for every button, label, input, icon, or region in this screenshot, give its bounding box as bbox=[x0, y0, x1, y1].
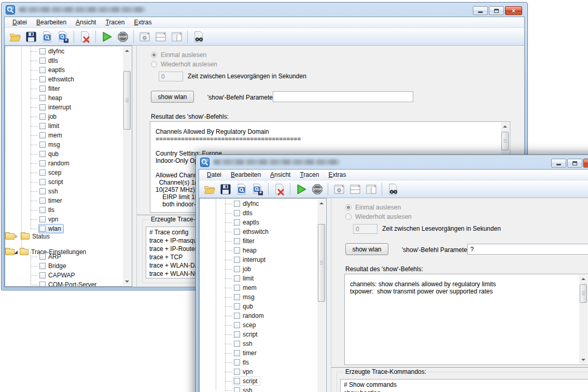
minimize-button[interactable] bbox=[473, 6, 488, 15]
tree-checkbox[interactable] bbox=[234, 331, 240, 338]
tree-checkbox[interactable] bbox=[39, 132, 46, 138]
tree-item-timer[interactable]: timer bbox=[200, 348, 315, 358]
tree-checkbox[interactable] bbox=[39, 67, 46, 73]
menu-extras[interactable]: Extras bbox=[129, 18, 156, 27]
tree-item-mem[interactable]: mem bbox=[5, 131, 120, 140]
tree-item-random[interactable]: random bbox=[5, 159, 120, 168]
settings-window-icon[interactable] bbox=[332, 183, 346, 196]
scroll-down-button[interactable] bbox=[579, 356, 587, 364]
tree-checkbox[interactable] bbox=[234, 294, 240, 300]
tree-item-limit[interactable]: limit bbox=[5, 121, 120, 131]
preview-icon[interactable] bbox=[234, 183, 248, 196]
scrollbar-thumb[interactable] bbox=[318, 224, 325, 302]
tree-checkbox[interactable] bbox=[234, 257, 240, 263]
tree-item-dlyfnc[interactable]: dlyfnc bbox=[5, 47, 120, 56]
tree-item-ssh[interactable]: ssh bbox=[200, 386, 315, 392]
menu-extras[interactable]: Extras bbox=[324, 170, 351, 179]
stop-trace-icon[interactable]: STOP bbox=[116, 30, 130, 44]
layout-split-vertical-icon[interactable] bbox=[364, 183, 378, 196]
tree-item-filter[interactable]: filter bbox=[200, 236, 315, 246]
show-wlan-button[interactable]: show wlan bbox=[151, 91, 194, 103]
trace-commands-list[interactable]: # Show commandsshow bootlog bbox=[340, 379, 588, 392]
menu-tracen[interactable]: Tracen bbox=[295, 170, 324, 179]
scroll-up-button[interactable] bbox=[579, 275, 587, 283]
trace-binoculars-icon[interactable] bbox=[386, 183, 400, 196]
tree-item-com-port-server[interactable]: COM-Port-Server bbox=[5, 280, 120, 287]
scrollbar-thumb[interactable] bbox=[123, 71, 131, 130]
tree-item-timer[interactable]: timer bbox=[5, 196, 120, 205]
settings-window-icon[interactable] bbox=[137, 30, 151, 44]
tree-checkbox[interactable] bbox=[39, 216, 46, 222]
delete-trace-icon[interactable] bbox=[78, 30, 92, 44]
tree-item-interrupt[interactable]: interrupt bbox=[200, 255, 315, 264]
tree-checkbox[interactable] bbox=[234, 369, 240, 375]
tree-item-heap[interactable]: heap bbox=[5, 93, 120, 103]
tree-checkbox[interactable] bbox=[39, 160, 46, 166]
tree-item-qub[interactable]: qub bbox=[5, 149, 120, 159]
result-scrollbar[interactable] bbox=[579, 275, 587, 364]
tree-item-interrupt[interactable]: interrupt bbox=[5, 103, 120, 112]
tree-folder-status[interactable]: Status bbox=[5, 233, 15, 240]
tree-checkbox[interactable] bbox=[234, 275, 240, 282]
expand-arrow-icon[interactable] bbox=[15, 234, 18, 239]
tree-item-job[interactable]: job bbox=[5, 112, 120, 121]
tree-checkbox[interactable] bbox=[39, 179, 46, 185]
menu-datei[interactable]: Datei bbox=[202, 170, 226, 179]
interval-input[interactable] bbox=[159, 72, 183, 81]
tree-checkbox[interactable] bbox=[39, 58, 46, 64]
tree-checkbox[interactable] bbox=[234, 201, 240, 207]
read-repeat-radio[interactable] bbox=[345, 214, 352, 220]
tree-scrollbar[interactable] bbox=[123, 47, 131, 286]
tree-checkbox[interactable] bbox=[234, 313, 240, 319]
tree-item-scep[interactable]: scep bbox=[200, 320, 315, 330]
tree-checkbox[interactable] bbox=[234, 387, 240, 392]
tree-checkbox[interactable] bbox=[234, 238, 240, 244]
menu-ansicht[interactable]: Ansicht bbox=[265, 170, 295, 179]
tree-checkbox[interactable] bbox=[39, 95, 46, 101]
scroll-down-button[interactable] bbox=[123, 277, 131, 286]
tree-item-dlyfnc[interactable]: dlyfnc bbox=[200, 199, 315, 208]
tree-checkbox[interactable] bbox=[39, 114, 46, 120]
read-once-radio[interactable] bbox=[151, 52, 157, 58]
tree-checkbox[interactable] bbox=[234, 322, 240, 328]
read-once-radio[interactable] bbox=[345, 204, 352, 211]
tree-item-msg[interactable]: msg bbox=[200, 292, 315, 302]
tree-item-arp[interactable]: ARP bbox=[5, 252, 120, 261]
preview-save-icon[interactable] bbox=[250, 183, 264, 196]
tree-checkbox[interactable] bbox=[234, 219, 240, 226]
tree-checkbox[interactable] bbox=[39, 48, 46, 54]
tree-item-msg[interactable]: msg bbox=[5, 140, 120, 149]
tree-item-vpn[interactable]: vpn bbox=[200, 367, 315, 376]
tree-item-ssh[interactable]: ssh bbox=[200, 339, 315, 348]
tree-item-mem[interactable]: mem bbox=[200, 283, 315, 292]
tree-item-random[interactable]: random bbox=[200, 311, 315, 320]
interval-input[interactable] bbox=[353, 224, 377, 234]
show-param-input[interactable] bbox=[467, 244, 588, 255]
scroll-up-button[interactable] bbox=[123, 47, 131, 55]
menu-tracen[interactable]: Tracen bbox=[101, 18, 129, 27]
menu-bearbeiten[interactable]: Bearbeiten bbox=[32, 18, 71, 27]
menu-bearbeiten[interactable]: Bearbeiten bbox=[226, 170, 265, 179]
tree-item-eaptls[interactable]: eaptls bbox=[5, 65, 120, 75]
tree-item-capwap[interactable]: CAPWAP bbox=[5, 271, 120, 280]
tree-item-heap[interactable]: heap bbox=[200, 246, 315, 255]
close-button[interactable]: × bbox=[583, 159, 588, 167]
tree-item-qub[interactable]: qub bbox=[200, 302, 315, 311]
tree-checkbox[interactable] bbox=[39, 123, 46, 129]
menu-ansicht[interactable]: Ansicht bbox=[71, 18, 101, 27]
tree-item-tls[interactable]: tls bbox=[5, 205, 120, 215]
tree-checkbox[interactable] bbox=[39, 170, 46, 176]
tree-checkbox[interactable] bbox=[39, 151, 46, 157]
tree-item-script[interactable]: script bbox=[200, 330, 315, 339]
tree-checkbox[interactable] bbox=[39, 86, 46, 92]
open-icon[interactable] bbox=[8, 30, 22, 44]
read-repeat-radio[interactable] bbox=[151, 61, 157, 67]
tree-checkbox[interactable] bbox=[234, 247, 240, 254]
tree-item-ethswitch[interactable]: ethswitch bbox=[200, 227, 315, 236]
scrollbar-thumb[interactable] bbox=[501, 132, 509, 150]
tree-checkbox[interactable] bbox=[39, 263, 46, 269]
tree-scrollbar[interactable] bbox=[317, 199, 326, 392]
layout-split-horizontal-icon[interactable] bbox=[153, 30, 167, 44]
start-trace-icon[interactable] bbox=[100, 30, 114, 44]
maximize-button[interactable] bbox=[567, 159, 582, 167]
